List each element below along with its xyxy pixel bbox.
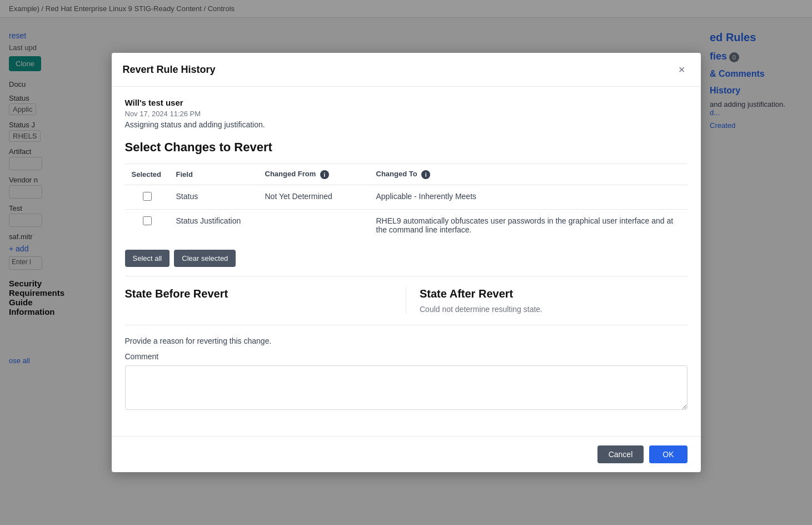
table-row: Status Justification RHEL9 automatically…: [125, 209, 688, 241]
row1-checkbox[interactable]: [143, 192, 152, 201]
cancel-button[interactable]: Cancel: [597, 445, 644, 463]
row1-checkbox-cell: [125, 185, 170, 209]
select-all-button[interactable]: Select all: [125, 250, 170, 267]
row1-changed-from: Not Yet Determined: [258, 185, 370, 209]
col-header-changed-from: Changed From i: [258, 164, 370, 185]
row1-field: Status: [170, 185, 258, 209]
col-header-changed-to: Changed To i: [370, 164, 688, 185]
comment-prompt: Provide a reason for reverting this chan…: [125, 336, 688, 345]
revert-rule-history-modal: Revert Rule History × Will's test user N…: [112, 53, 701, 472]
modal-title: Revert Rule History: [123, 64, 216, 76]
user-action: Assigning status and adding justificatio…: [125, 120, 688, 129]
state-before-title: State Before Revert: [125, 288, 393, 300]
col-header-selected: Selected: [125, 164, 170, 185]
modal-header: Revert Rule History ×: [112, 53, 701, 87]
modal-overlay: Revert Rule History × Will's test user N…: [0, 0, 812, 525]
row2-changed-to: RHEL9 automatically obfuscates user pass…: [370, 209, 688, 241]
comment-textarea[interactable]: [125, 365, 688, 410]
comment-section: Provide a reason for reverting this chan…: [125, 336, 688, 412]
user-date: Nov 17, 2024 11:26 PM: [125, 110, 688, 118]
row2-field: Status Justification: [170, 209, 258, 241]
state-after-section: State After Revert Could not determine r…: [406, 288, 688, 314]
row2-checkbox[interactable]: [143, 216, 152, 225]
row1-changed-to: Applicable - Inherently Meets: [370, 185, 688, 209]
changes-table: Selected Field Changed From i Changed To…: [125, 164, 688, 241]
row2-checkbox-cell: [125, 209, 170, 241]
modal-body: Will's test user Nov 17, 2024 11:26 PM A…: [112, 87, 701, 436]
select-changes-title: Select Changes to Revert: [125, 140, 688, 155]
user-name: Will's test user: [125, 98, 688, 107]
close-button[interactable]: ×: [674, 62, 690, 77]
table-row: Status Not Yet Determined Applicable - I…: [125, 185, 688, 209]
action-buttons: Select all Clear selected: [125, 250, 688, 276]
state-after-title: State After Revert: [420, 288, 688, 300]
ok-button[interactable]: OK: [649, 445, 687, 463]
clear-selected-button[interactable]: Clear selected: [174, 250, 236, 267]
changed-to-info-icon[interactable]: i: [421, 170, 430, 179]
state-after-desc: Could not determine resulting state.: [420, 305, 688, 314]
modal-footer: Cancel OK: [112, 436, 701, 472]
row2-changed-from: [258, 209, 370, 241]
state-sections: State Before Revert State After Revert C…: [125, 288, 688, 325]
state-before-section: State Before Revert: [125, 288, 393, 314]
changed-from-info-icon[interactable]: i: [320, 170, 329, 179]
col-header-field: Field: [170, 164, 258, 185]
comment-label: Comment: [125, 352, 688, 361]
